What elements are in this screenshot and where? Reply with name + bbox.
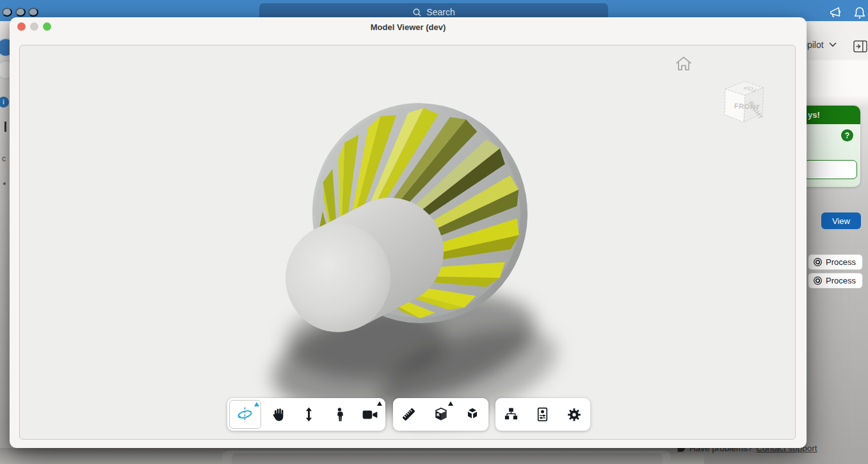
pan-tool-button[interactable]: [263, 398, 294, 431]
text-fragment-bar: [4, 122, 6, 132]
window-close-button[interactable]: [17, 22, 26, 31]
panel-right-icon: [853, 40, 867, 52]
camera-tool-button[interactable]: [355, 398, 385, 431]
model-3d-gear: [20, 45, 795, 439]
collapse-panel-button[interactable]: [853, 40, 868, 53]
model-viewer-window: Model Viewer (dev) FRONT RIGHT TOP: [10, 17, 807, 448]
appearance-button[interactable]: [527, 398, 558, 431]
window-titlebar: Model Viewer (dev): [10, 17, 807, 36]
hierarchy-icon: [503, 406, 519, 422]
orbit-tool-button[interactable]: [229, 400, 261, 429]
target-icon: [813, 257, 823, 267]
process-label: Process: [826, 276, 856, 285]
walk-tool-button[interactable]: [324, 398, 355, 431]
exploded-cube-icon: [464, 406, 481, 423]
settings-button[interactable]: [559, 398, 590, 431]
section-box-icon: [433, 406, 449, 423]
toolbar-inspect-group: [393, 398, 488, 431]
viewer-canvas[interactable]: FRONT RIGHT TOP: [19, 45, 796, 440]
measure-tool-button[interactable]: [393, 398, 425, 431]
window-title: Model Viewer (dev): [10, 17, 807, 32]
desktop: Search Copilot ys! ? View Process Pro: [0, 0, 868, 464]
process-button-1[interactable]: Process: [808, 254, 863, 270]
background-panel-inner: [232, 453, 663, 464]
text-fragment-dot: [3, 182, 6, 185]
promo-input[interactable]: [804, 160, 857, 179]
window-minimize-button[interactable]: [30, 22, 38, 31]
person-icon: [332, 406, 348, 422]
notifications-icon[interactable]: [853, 6, 867, 20]
tool-flyout-marker: [448, 401, 453, 406]
fit-tool-button[interactable]: [294, 398, 325, 431]
toolbar-navigation-group: [227, 398, 385, 431]
vertical-arrows-icon: [301, 406, 317, 422]
bg-close-button[interactable]: [2, 8, 12, 17]
target-icon: [813, 276, 823, 285]
chevron-down-icon: [829, 42, 837, 47]
browser-tree-button[interactable]: [495, 398, 527, 431]
section-tool-button[interactable]: [425, 398, 457, 431]
help-icon[interactable]: ?: [841, 129, 853, 141]
search-label: Search: [426, 7, 454, 17]
tool-flyout-marker: [254, 402, 259, 406]
orbit-icon: [236, 406, 253, 423]
announcements-icon[interactable]: [828, 6, 846, 20]
ruler-icon: [400, 406, 417, 423]
process-label: Process: [826, 257, 856, 267]
bg-minimize-button[interactable]: [15, 8, 26, 17]
search-icon: [412, 8, 422, 17]
view-button[interactable]: View: [821, 212, 861, 229]
explode-tool-button[interactable]: [456, 398, 488, 431]
background-left-sidebar: i c: [0, 21, 10, 448]
properties-panel-icon: [534, 406, 551, 422]
toolbar-scene-group: [495, 398, 590, 431]
tool-flyout-marker: [377, 401, 382, 406]
promo-card: ys! ?: [799, 106, 860, 187]
hand-icon: [270, 406, 287, 423]
gear-hub: [285, 223, 390, 332]
text-fragment-c: c: [2, 154, 6, 163]
gear-icon: [566, 406, 583, 423]
bg-maximize-button[interactable]: [28, 8, 38, 17]
info-icon[interactable]: i: [0, 97, 9, 108]
window-maximize-button[interactable]: [43, 22, 51, 31]
camera-icon: [362, 406, 378, 423]
process-button-2[interactable]: Process: [808, 273, 863, 289]
promo-card-title: ys!: [799, 106, 860, 124]
